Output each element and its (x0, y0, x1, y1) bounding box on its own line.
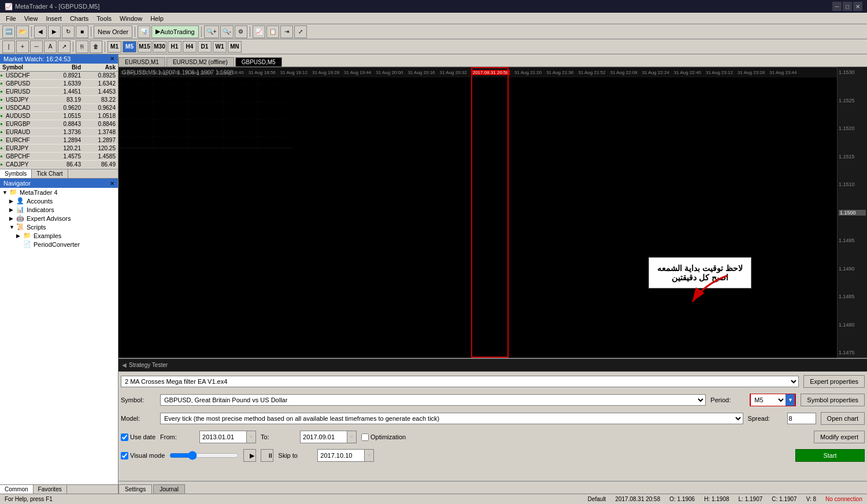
optimization-checkbox[interactable] (361, 433, 369, 441)
arrow-tool[interactable]: ↗ (58, 40, 71, 53)
skip-to-input[interactable] (318, 450, 364, 461)
chart-shift-button[interactable]: ⇥ (280, 25, 293, 38)
timeframe-m1[interactable]: M1 (108, 41, 121, 53)
menu-help[interactable]: Help (147, 14, 167, 23)
market-watch-row[interactable]: ●EURCHF1.28941.2897 (0, 136, 118, 144)
text-tool[interactable]: A (44, 40, 57, 53)
copy-tool[interactable]: ⎘ (76, 40, 88, 53)
use-date-label: Use date (121, 433, 155, 441)
symbol-select[interactable]: GBPUSD, Great Britain Pound vs US Dollar (160, 394, 706, 406)
forward-button[interactable]: ▶ (48, 25, 61, 38)
line-tool[interactable]: | (2, 40, 15, 53)
tab-settings[interactable]: Settings (118, 484, 152, 494)
timeframe-m15[interactable]: M15 (138, 41, 151, 53)
chart-type-button[interactable]: 📊 (138, 25, 150, 38)
timeframe-d1[interactable]: D1 (198, 41, 212, 53)
refresh-button[interactable]: ↻ (62, 25, 75, 38)
market-watch-row[interactable]: ●EURGBP0.88430.8846 (0, 120, 118, 128)
hline-tool[interactable]: ─ (30, 40, 43, 53)
nav-tree-item[interactable]: ▶📊Indicators (0, 205, 118, 214)
market-watch-row[interactable]: ●EURAUD1.37361.3748 (0, 128, 118, 136)
model-select[interactable]: Every tick (the most precise method base… (160, 413, 743, 424)
nav-tree-item[interactable]: ▶📁Examples (0, 231, 118, 240)
tab-symbols[interactable]: Symbols (0, 169, 32, 178)
indicators-button[interactable]: 📈 (253, 25, 265, 38)
autotrading-button[interactable]: ▶ AutoTrading (151, 25, 199, 38)
navigator-close[interactable]: ✕ (110, 180, 114, 187)
stop-button[interactable]: ■ (76, 25, 88, 38)
timeframe-h1[interactable]: H1 (168, 41, 181, 53)
market-watch-row[interactable]: ●GBPUSD1.63391.6342 (0, 80, 118, 88)
use-date-checkbox[interactable] (121, 433, 128, 441)
market-watch-row[interactable]: ●CADJPY86.4386.49 (0, 161, 118, 169)
tab-common[interactable]: Common (0, 485, 34, 494)
chart-area[interactable]: GBPUSD,M5 1.1907 1.1908 1.1907 1.1908 (118, 67, 867, 358)
symbol-properties-button[interactable]: Symbol properties (801, 394, 865, 406)
market-watch-close[interactable]: ✕ (110, 55, 114, 62)
tab-journal[interactable]: Journal (153, 484, 185, 494)
period-dropdown-btn[interactable]: ▼ (786, 394, 795, 406)
menu-window[interactable]: Window (116, 14, 146, 23)
navigator: Navigator ✕ ▼📁MetaTrader 4▶👤Accounts▶📊In… (0, 179, 118, 494)
market-watch-row[interactable]: ●EURJPY120.21120.25 (0, 144, 118, 153)
chart-tab-eurusd-m2[interactable]: EURUSD,M2 (offline) (166, 57, 234, 66)
zoom-out-button[interactable]: 🔍- (220, 25, 234, 38)
maximize-button[interactable]: □ (843, 2, 852, 11)
autoscroll-button[interactable]: ⤢ (294, 25, 307, 38)
play-button[interactable]: ▶ (243, 449, 256, 462)
close-button[interactable]: ✕ (853, 2, 862, 11)
timeframe-m5[interactable]: M5 (123, 41, 136, 53)
expert-properties-button[interactable]: Expert properties (803, 375, 865, 388)
tab-favorites[interactable]: Favorites (34, 485, 67, 494)
market-watch-row[interactable]: ●USDCAD0.96200.9624 (0, 104, 118, 112)
from-date-input[interactable] (200, 431, 246, 443)
market-watch-row[interactable]: ●EURUSD1.44511.4453 (0, 88, 118, 96)
market-watch-row[interactable]: ●GBPCHF1.45751.4585 (0, 153, 118, 161)
delete-tool[interactable]: 🗑 (90, 40, 102, 53)
timeframe-mn[interactable]: MN (228, 41, 242, 53)
window-controls[interactable]: ─ □ ✕ (832, 2, 862, 11)
menu-view[interactable]: View (21, 14, 42, 23)
expert-advisor-select[interactable]: 2 MA Crosses Mega filter EA V1.ex4 (121, 376, 799, 387)
visual-mode-checkbox[interactable] (121, 452, 128, 459)
from-date-dropdown[interactable]: ▼ (246, 431, 255, 443)
back-button[interactable]: ◀ (34, 25, 47, 38)
nav-tree-item[interactable]: ▼📁MetaTrader 4 (0, 188, 118, 197)
modify-expert-button[interactable]: Modify expert (814, 431, 865, 443)
market-watch-row[interactable]: ●USDJPY83.1983.22 (0, 96, 118, 104)
tab-tick-chart[interactable]: Tick Chart (32, 169, 68, 178)
template-button[interactable]: 📋 (266, 25, 279, 38)
speed-slider[interactable] (169, 451, 239, 460)
chart-tab-eurusd-m1[interactable]: EURUSD,M1 (118, 57, 165, 66)
nav-tree-item[interactable]: ▼📜Scripts (0, 223, 118, 231)
to-date-input[interactable] (301, 431, 347, 443)
nav-tree-item[interactable]: ▶🤖Expert Advisors (0, 214, 118, 223)
to-date-dropdown[interactable]: ▼ (347, 431, 356, 443)
market-watch-row[interactable]: ●USDCHF0.89210.8925 (0, 72, 118, 80)
chart-tab-gbpusd-m5[interactable]: GBPUSD,M5 (235, 57, 282, 66)
side-close-icon[interactable]: ◀ (122, 362, 127, 368)
market-watch-row[interactable]: ●AUDUSD1.05151.0518 (0, 112, 118, 120)
timeframe-w1[interactable]: W1 (213, 41, 227, 53)
skip-to-dropdown[interactable]: ▼ (364, 450, 373, 461)
pause-button[interactable]: ⏸ (261, 449, 273, 462)
menu-tools[interactable]: Tools (93, 14, 115, 23)
crosshair-tool[interactable]: + (16, 40, 29, 53)
timeframe-m30[interactable]: M30 (153, 41, 166, 53)
properties-button[interactable]: ⚙ (235, 25, 247, 38)
open-chart-button[interactable]: Open chart (821, 412, 865, 425)
minimize-button[interactable]: ─ (832, 2, 842, 11)
open-button[interactable]: 📂 (16, 25, 29, 38)
period-select[interactable]: M5 (751, 394, 786, 406)
new-button[interactable]: 🆕 (2, 25, 15, 38)
start-button[interactable]: Start (795, 449, 865, 462)
menu-insert[interactable]: Insert (42, 14, 65, 23)
menu-charts[interactable]: Charts (66, 14, 92, 23)
nav-tree-item[interactable]: ▶👤Accounts (0, 197, 118, 205)
timeframe-h4[interactable]: H4 (183, 41, 197, 53)
zoom-in-button[interactable]: 🔍+ (204, 25, 219, 38)
menu-file[interactable]: File (2, 14, 20, 23)
new-order-button[interactable]: New Order (94, 25, 132, 38)
spread-input[interactable] (787, 413, 816, 424)
nav-tree-item[interactable]: 📄PeriodConverter (0, 240, 118, 249)
